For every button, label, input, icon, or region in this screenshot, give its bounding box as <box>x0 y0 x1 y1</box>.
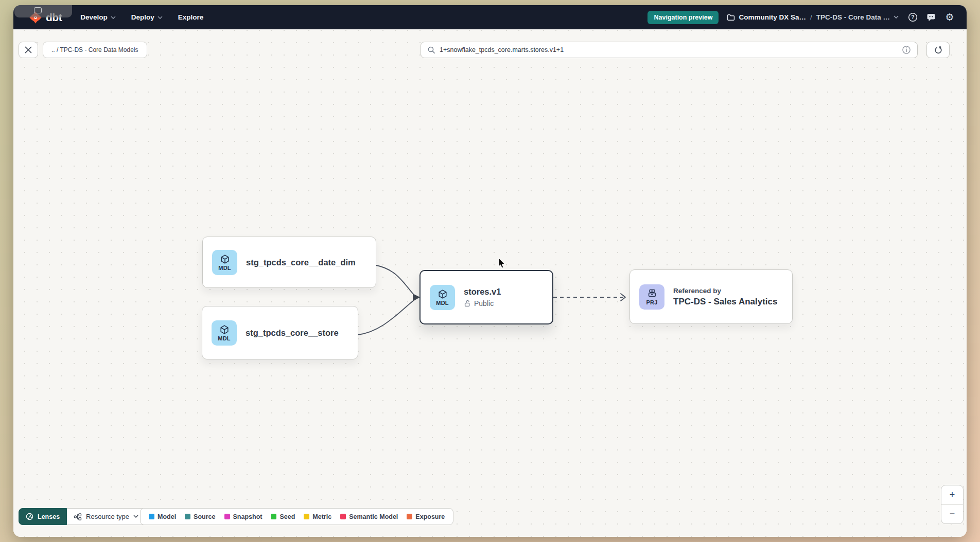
help-icon: ? <box>908 12 918 22</box>
breadcrumb-separator: / <box>810 13 812 21</box>
close-lineage-button[interactable] <box>19 42 38 58</box>
cube-icon <box>437 289 448 299</box>
view-controls-group: Lenses Resource type <box>19 508 146 525</box>
project-tile: PRJ <box>639 284 664 310</box>
node-title: stores.v1 <box>464 287 501 297</box>
legend-label: Metric <box>312 513 331 520</box>
model-tile: MDL <box>212 320 237 346</box>
project-path-chip[interactable]: .. / TPC-DS - Core Data Models <box>43 42 147 58</box>
legend-swatch <box>271 514 276 519</box>
settings-button[interactable]: ⚙ <box>944 12 955 23</box>
screen-recording-artifact <box>14 5 72 17</box>
node-title: stg_tpcds_core__date_dim <box>246 258 356 267</box>
legend-item-model: Model <box>149 513 176 520</box>
cube-icon <box>219 324 230 335</box>
node-text-block: Referenced by TPC-DS - Sales Analytics <box>673 287 778 307</box>
legend-swatch <box>340 514 346 519</box>
chevron-down-icon <box>157 16 163 20</box>
legend-label: Model <box>157 513 176 520</box>
legend-swatch <box>224 514 230 519</box>
monitor-icon <box>34 7 42 13</box>
zoom-out-button[interactable]: − <box>941 504 963 524</box>
menu-explore-label: Explore <box>178 13 204 21</box>
referenced-by-label: Referenced by <box>673 287 778 295</box>
lenses-aperture-icon <box>26 513 33 520</box>
chevron-down-icon <box>133 515 138 518</box>
legend-label: Semantic Model <box>349 513 398 520</box>
lineage-toolbar: .. / TPC-DS - Core Data Models <box>13 42 967 58</box>
resource-type-legend: Model Source Snapshot Seed Metric Semant… <box>140 508 453 525</box>
resource-badge: PRJ <box>646 299 658 305</box>
breadcrumb: Community DX Sa… / TPC-DS - Core Data … <box>727 13 899 21</box>
resource-type-label: Resource type <box>86 513 129 520</box>
node-referenced-by-sales-analytics[interactable]: PRJ Referenced by TPC-DS - Sales Analyti… <box>629 269 793 324</box>
navbar-right: Navigation preview Community DX Sa… / TP… <box>647 11 955 24</box>
model-tile: MDL <box>430 285 455 310</box>
lock-open-icon <box>464 300 471 307</box>
gear-icon: ⚙ <box>945 12 954 22</box>
menu-explore[interactable]: Explore <box>178 13 204 21</box>
main-menu: Develop Deploy Explore <box>80 13 203 21</box>
resource-badge: MDL <box>218 335 230 341</box>
legend-swatch <box>407 514 412 519</box>
help-button[interactable]: ? <box>907 12 918 23</box>
refresh-icon <box>934 45 943 55</box>
feedback-button[interactable] <box>925 12 937 23</box>
top-navbar: dbt Develop Deploy Explore Navigation pr… <box>13 5 967 29</box>
drawers-icon <box>647 288 657 299</box>
app-window: dbt Develop Deploy Explore Navigation pr… <box>13 5 967 537</box>
access-row: Public <box>464 299 501 308</box>
node-stores-v1[interactable]: MDL stores.v1 Public <box>419 270 553 324</box>
node-stg-tpcds-core-date-dim[interactable]: MDL stg_tpcds_core__date_dim <box>202 237 376 288</box>
search-icon <box>427 46 435 54</box>
menu-deploy-label: Deploy <box>131 13 154 21</box>
node-title: TPC-DS - Sales Analytics <box>673 297 778 307</box>
legend-label: Seed <box>279 513 295 520</box>
node-stg-tpcds-core-store[interactable]: MDL stg_tpcds_core__store <box>202 306 358 359</box>
lenses-label: Lenses <box>38 513 60 520</box>
breadcrumb-account-label: Community DX Sa… <box>739 13 806 21</box>
legend-item-semantic-model: Semantic Model <box>340 513 398 520</box>
navigation-preview-badge[interactable]: Navigation preview <box>647 11 719 24</box>
close-icon <box>25 46 32 53</box>
refresh-lineage-button[interactable] <box>926 42 950 58</box>
breadcrumb-account[interactable]: Community DX Sa… <box>727 13 806 21</box>
svg-text:?: ? <box>911 14 914 20</box>
resource-badge: MDL <box>436 300 448 306</box>
node-text-block: stores.v1 Public <box>464 287 501 308</box>
search-input[interactable] <box>440 46 898 53</box>
legend-item-snapshot: Snapshot <box>224 513 262 520</box>
folder-icon <box>727 13 735 21</box>
access-label: Public <box>474 299 494 308</box>
model-tile: MDL <box>212 250 237 275</box>
chevron-down-icon <box>111 16 116 20</box>
breadcrumb-project-selector[interactable]: TPC-DS - Core Data … <box>816 13 899 21</box>
legend-label: Source <box>194 513 215 520</box>
info-icon[interactable] <box>902 45 911 55</box>
menu-develop-label: Develop <box>80 13 108 21</box>
menu-deploy[interactable]: Deploy <box>131 13 163 21</box>
breadcrumb-project-label: TPC-DS - Core Data … <box>816 13 890 21</box>
lineage-search <box>421 42 918 58</box>
chevron-down-icon <box>894 15 899 19</box>
cube-icon <box>220 254 230 264</box>
feedback-bubble-icon <box>926 13 936 22</box>
resource-badge: MDL <box>218 265 231 271</box>
resource-type-dropdown[interactable]: Resource type <box>67 508 146 525</box>
legend-swatch <box>185 514 190 519</box>
node-title: stg_tpcds_core__store <box>246 328 339 338</box>
legend-item-source: Source <box>185 513 215 520</box>
legend-label: Snapshot <box>233 513 262 520</box>
legend-item-exposure: Exposure <box>407 513 445 520</box>
resource-type-icon <box>74 513 82 521</box>
legend-item-metric: Metric <box>304 513 331 520</box>
legend-swatch <box>304 514 309 519</box>
legend-label: Exposure <box>415 513 445 520</box>
legend-item-seed: Seed <box>271 513 295 520</box>
menu-develop[interactable]: Develop <box>80 13 116 21</box>
legend-swatch <box>149 514 154 519</box>
lenses-button[interactable]: Lenses <box>19 508 67 525</box>
zoom-in-button[interactable]: + <box>941 485 963 504</box>
zoom-controls: + − <box>941 485 964 524</box>
navbar-icons: ? ⚙ <box>907 12 955 23</box>
